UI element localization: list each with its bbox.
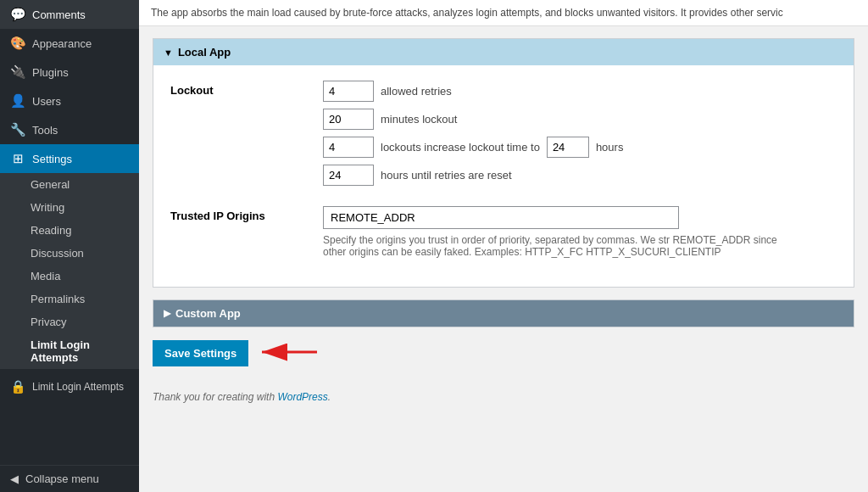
- footer-text: Thank you for creating with WordPress.: [153, 384, 854, 410]
- submenu-media[interactable]: Media: [0, 265, 139, 288]
- sidebar-limit-login-label: Limit Login Attempts: [32, 381, 124, 393]
- top-notice: The app absorbs the main load caused by …: [139, 0, 868, 26]
- lockout-row-2: lockouts increase lockout time to hours: [323, 137, 837, 158]
- save-settings-button[interactable]: Save Settings: [153, 340, 248, 366]
- red-arrow-indicator: [253, 339, 321, 367]
- submenu-privacy[interactable]: Privacy: [0, 310, 139, 333]
- trusted-ip-description: Specify the origins you trust in order o…: [323, 234, 781, 258]
- lockout-row-1: minutes lockout: [323, 109, 837, 130]
- lockout-row-0: allowed retries: [323, 81, 837, 102]
- trusted-ip-content: Specify the origins you trust in order o…: [323, 206, 837, 258]
- trusted-ip-label: Trusted IP Origins: [170, 206, 306, 222]
- sidebar-item-limit-login[interactable]: 🔒 Limit Login Attempts: [0, 372, 139, 401]
- collapse-menu-button[interactable]: ◀ Collapse menu: [0, 465, 139, 492]
- sidebar-item-tools[interactable]: 🔧 Tools: [0, 115, 139, 144]
- sidebar-item-settings[interactable]: ⊞ Settings: [0, 144, 139, 173]
- lock-icon: 🔒: [10, 379, 25, 394]
- submenu-reading[interactable]: Reading: [0, 219, 139, 242]
- submenu-writing[interactable]: Writing: [0, 196, 139, 219]
- trusted-ip-field-row: Trusted IP Origins Specify the origins y…: [170, 206, 837, 258]
- custom-app-arrow-icon: ▶: [164, 308, 170, 319]
- content-area: ▼ Local App Lockout allowed retries min: [139, 26, 868, 422]
- wordpress-link[interactable]: WordPress: [277, 391, 327, 403]
- lockout-hours-label: hours: [596, 141, 624, 154]
- settings-submenu: General Writing Reading Discussion Media…: [0, 173, 139, 369]
- lockout-row-3: hours until retries are reset: [323, 165, 837, 186]
- sidebar: 💬 Comments 🎨 Appearance 🔌 Plugins 👤 User…: [0, 0, 139, 492]
- sidebar-item-appearance[interactable]: 🎨 Appearance: [0, 29, 139, 58]
- plugins-icon: 🔌: [10, 64, 25, 80]
- lockout-hours-input[interactable]: [547, 137, 589, 158]
- lockout-retries-label: allowed retries: [381, 85, 452, 98]
- tools-icon: 🔧: [10, 122, 25, 137]
- custom-app-header[interactable]: ▶ Custom App: [153, 300, 854, 327]
- submenu-discussion[interactable]: Discussion: [0, 242, 139, 265]
- sidebar-item-users[interactable]: 👤 Users: [0, 87, 139, 115]
- trusted-ip-input[interactable]: [323, 206, 679, 229]
- submenu-limit-login-attempts[interactable]: Limit Login Attempts: [0, 333, 139, 369]
- lockout-increase-input[interactable]: [323, 137, 374, 158]
- lockout-reset-label: hours until retries are reset: [381, 169, 512, 182]
- submenu-permalinks[interactable]: Permalinks: [0, 288, 139, 310]
- lockout-increase-label: lockouts increase lockout time to: [381, 141, 540, 154]
- sidebar-item-comments[interactable]: 💬 Comments: [0, 0, 139, 29]
- save-row: Save Settings: [153, 339, 854, 367]
- local-app-section: ▼ Local App Lockout allowed retries min: [153, 38, 854, 288]
- appearance-icon: 🎨: [10, 36, 25, 51]
- local-app-header[interactable]: ▼ Local App: [153, 39, 854, 65]
- users-icon: 👤: [10, 93, 25, 109]
- settings-icon: ⊞: [10, 151, 25, 166]
- lockout-retries-input[interactable]: [323, 81, 374, 102]
- lockout-field-row: Lockout allowed retries minutes lockout: [170, 81, 837, 193]
- lockout-minutes-input[interactable]: [323, 109, 374, 130]
- lockout-label: Lockout: [170, 81, 306, 97]
- sidebar-item-plugins[interactable]: 🔌 Plugins: [0, 58, 139, 87]
- lockout-reset-input[interactable]: [323, 165, 374, 186]
- custom-app-section: ▶ Custom App: [153, 299, 854, 327]
- local-app-body: Lockout allowed retries minutes lockout: [153, 65, 854, 287]
- collapse-icon: ◀: [10, 472, 19, 485]
- lockout-content: allowed retries minutes lockout lockouts…: [323, 81, 837, 193]
- submenu-general[interactable]: General: [0, 173, 139, 196]
- main-content: The app absorbs the main load caused by …: [139, 0, 868, 492]
- comments-icon: 💬: [10, 7, 25, 22]
- local-app-arrow-icon: ▼: [164, 48, 173, 58]
- lockout-minutes-label: minutes lockout: [381, 113, 457, 126]
